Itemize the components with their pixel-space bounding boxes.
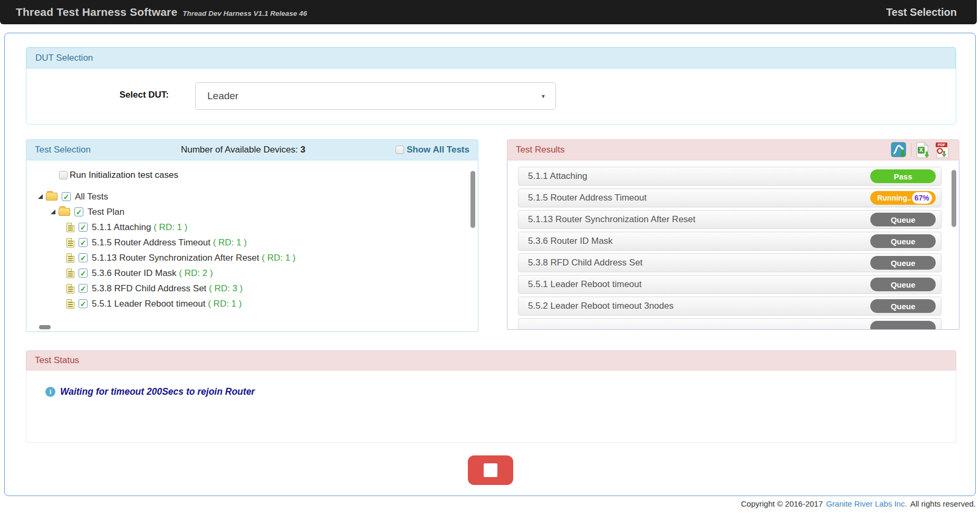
test-case-label: 5.1.1 Attaching ( RD: 1 ) [92, 222, 187, 233]
checkbox-checked-icon[interactable] [79, 299, 88, 308]
checkbox-checked-icon[interactable] [62, 192, 71, 201]
test-case-label: 5.1.5 Router Address Timeout ( RD: 1 ) [92, 237, 247, 248]
checkbox-checked-icon[interactable] [79, 238, 88, 247]
tree-node-all-tests[interactable]: All Tests [26, 189, 478, 204]
footer-copyright: Copyright © 2016-2017 Granite River Labs… [740, 499, 977, 508]
company-link[interactable]: Granite River Labs Inc. [826, 499, 907, 508]
test-case-label: 5.5.1 Leader Reboot timeout ( RD: 1 ) [92, 299, 242, 309]
rd-count: ( RD: 1 ) [262, 253, 295, 263]
horizontal-scrollbar-thumb[interactable] [39, 325, 51, 329]
test-status-header: Test Status [26, 350, 956, 370]
dut-select-dropdown[interactable]: Leader [195, 82, 556, 110]
progress-percent: 67% [912, 192, 932, 204]
test-selection-header: Test Selection Number of Available Devic… [26, 139, 478, 160]
dut-selected-value: Leader [207, 90, 238, 102]
tree-item-test-case[interactable]: 5.1.1 Attaching ( RD: 1 ) [26, 220, 478, 235]
svg-text:X: X [919, 147, 924, 153]
test-selection-title: Test Selection [35, 145, 91, 155]
info-icon [45, 387, 55, 397]
run-init-checkbox[interactable] [59, 171, 68, 179]
vertical-scrollbar-thumb[interactable] [470, 171, 475, 228]
rd-count: ( RD: 1 ) [208, 299, 242, 309]
excel-export-icon[interactable]: X [915, 142, 931, 158]
tree-node-label: All Tests [75, 192, 108, 202]
show-all-tests-toggle[interactable]: Show All Tests [396, 145, 469, 155]
folder-icon [59, 208, 70, 216]
run-init-label: Run Initialization test cases [70, 170, 178, 180]
test-status-body: Waiting for timeout 200Secs to rejoin Ro… [26, 370, 956, 443]
status-badge-pass: Pass [870, 169, 936, 183]
document-icon [66, 299, 74, 309]
test-results-header: Test Results X [507, 139, 959, 160]
status-badge-queue: Queue [870, 299, 936, 313]
document-icon [66, 238, 74, 248]
test-status-panel: Test Status Waiting for timeout 200Secs … [26, 350, 956, 443]
run-init-row[interactable]: Run Initialization test cases [26, 160, 478, 180]
toolbar-separator [911, 143, 911, 157]
app-header: Thread Test Harness Software Thread Dev … [0, 0, 977, 24]
available-devices: Number of Available Devices: 3 [181, 145, 305, 155]
checkbox-checked-icon[interactable] [79, 269, 88, 278]
result-row[interactable]: 5.3.6 Router ID Mask Queue [518, 232, 941, 251]
status-badge-queue: Queue [870, 256, 936, 270]
dut-panel-body: Select DUT: Leader [26, 69, 956, 125]
app-subtitle: Thread Dev Harness V1.1 Release 46 [182, 9, 307, 17]
devices-count: 3 [300, 145, 305, 155]
result-row[interactable]: 5.5.2 Leader Reboot timeout 3nodes Queue [518, 297, 941, 316]
vertical-scrollbar-thumb[interactable] [952, 170, 956, 227]
results-list: 5.1.1 Attaching Pass 5.1.5 Router Addres… [518, 167, 941, 330]
test-case-label: 5.3.6 Router ID Mask ( RD: 2 ) [92, 268, 213, 279]
page-title: Test Selection [886, 6, 957, 18]
rd-count: ( RD: 1 ) [153, 222, 187, 232]
rd-count: ( RD: 2 ) [179, 268, 213, 278]
test-results-title: Test Results [516, 145, 565, 155]
result-row[interactable]: 5.3.8 RFD Child Address Set Queue [518, 253, 941, 272]
result-row-partial[interactable] [518, 318, 941, 330]
test-results-panel: Test Results X [507, 139, 959, 330]
rd-count: ( RD: 1 ) [213, 237, 247, 248]
result-row[interactable]: 5.5.1 Leader Reboot timeout Queue [518, 275, 941, 294]
tree-node-test-plan[interactable]: Test Plan [26, 204, 478, 220]
rd-count: ( RD: 3 ) [209, 283, 243, 293]
dut-panel-title: DUT Selection [35, 53, 93, 63]
test-tree: All Tests Test Plan 5.1.1 Attaching ( RD… [26, 189, 478, 311]
checkbox-checked-icon[interactable] [79, 223, 88, 232]
test-case-label: 5.3.8 RFD Child Address Set ( RD: 3 ) [92, 283, 243, 294]
document-icon [66, 223, 74, 232]
test-status-title: Test Status [35, 355, 79, 366]
result-row[interactable]: 5.1.13 Router Synchronization After Rese… [518, 210, 941, 229]
show-all-tests-checkbox[interactable] [396, 146, 404, 154]
main-container: DUT Selection Select DUT: Leader Test Se… [4, 33, 976, 496]
svg-text:PDF: PDF [938, 143, 946, 147]
checkbox-checked-icon[interactable] [79, 284, 88, 293]
document-icon [66, 269, 74, 278]
test-case-label: 5.1.13 Router Synchronization After Rese… [92, 253, 295, 263]
expander-open-icon[interactable] [51, 210, 55, 214]
tree-item-test-case[interactable]: 5.3.6 Router ID Mask ( RD: 2 ) [26, 265, 478, 281]
checkbox-checked-icon[interactable] [79, 253, 88, 262]
graph-export-icon[interactable] [891, 142, 907, 158]
folder-icon [46, 193, 57, 201]
tree-item-test-case[interactable]: 5.5.1 Leader Reboot timeout ( RD: 1 ) [26, 296, 478, 311]
pdf-export-icon[interactable]: PDF [935, 142, 950, 158]
status-badge-running: Running.. 67% [870, 191, 936, 205]
tree-item-test-case[interactable]: 5.3.8 RFD Child Address Set ( RD: 3 ) [26, 281, 478, 296]
tree-item-test-case[interactable]: 5.1.13 Router Synchronization After Rese… [26, 250, 478, 265]
test-selection-body: Run Initialization test cases All Tests … [26, 160, 478, 332]
status-badge-queue [870, 321, 936, 330]
tree-item-test-case[interactable]: 5.1.5 Router Address Timeout ( RD: 1 ) [26, 235, 478, 250]
result-row[interactable]: 5.1.5 Router Address Timeout Running.. 6… [518, 188, 941, 207]
select-dut-label: Select DUT: [32, 90, 169, 100]
status-badge-queue: Queue [870, 234, 936, 248]
document-icon [66, 284, 74, 293]
test-selection-panel: Test Selection Number of Available Devic… [26, 139, 478, 332]
checkbox-checked-icon[interactable] [74, 207, 83, 216]
tree-node-label: Test Plan [88, 207, 124, 217]
expander-open-icon[interactable] [38, 194, 43, 199]
stop-button[interactable] [468, 455, 513, 485]
test-results-body: 5.1.1 Attaching Pass 5.1.5 Router Addres… [507, 160, 959, 330]
result-row[interactable]: 5.1.1 Attaching Pass [518, 167, 941, 186]
document-icon [66, 253, 74, 263]
status-badge-queue: Queue [870, 213, 936, 226]
app-title: Thread Test Harness Software [16, 6, 177, 18]
